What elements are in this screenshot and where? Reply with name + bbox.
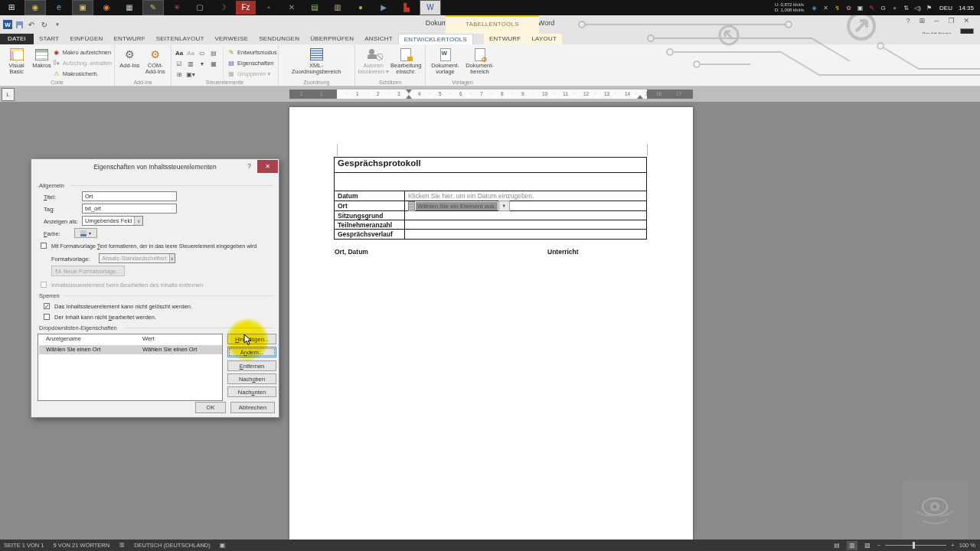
tab-entwicklertools[interactable]: ENTWICKLERTOOLS xyxy=(398,34,473,44)
restore-icon[interactable]: ❐ xyxy=(948,17,954,24)
tab-sendungen[interactable]: SENDUNGEN xyxy=(253,34,305,44)
tray-network[interactable]: ⇅ xyxy=(901,2,911,13)
moon-app-icon[interactable]: ☽ xyxy=(213,1,233,15)
gruppieren-button[interactable]: ▦ Gruppieren ▾ xyxy=(227,69,277,79)
chevron-down-icon[interactable]: ∨ xyxy=(134,217,142,225)
zoom-slider[interactable] xyxy=(885,545,946,546)
language-indicator[interactable]: DEU xyxy=(939,5,952,11)
makros-button[interactable]: Makros xyxy=(31,46,53,69)
print-layout-icon[interactable]: ▥ xyxy=(847,541,858,550)
ok-button[interactable]: OK xyxy=(195,402,226,413)
zoom-level[interactable]: 100 % xyxy=(959,542,975,549)
tab-start[interactable]: START xyxy=(34,34,64,44)
visual-basic-button[interactable]: Visual Basic xyxy=(2,46,31,75)
content-control-handle[interactable] xyxy=(408,201,415,211)
tab-überprüfen[interactable]: ÜBERPRÜFEN xyxy=(305,34,359,44)
doc-footer-left[interactable]: Ort, Datum xyxy=(335,248,368,256)
tab-entwurf[interactable]: ENTWURF xyxy=(108,34,150,44)
internet-explorer-icon[interactable]: e xyxy=(49,1,69,15)
date-placeholder[interactable]: Klicken Sie hier, um ein Datum einzugebe… xyxy=(408,192,534,200)
ribbon-options-icon[interactable]: ⊞ xyxy=(919,17,925,24)
tray-monitor[interactable]: ▣ xyxy=(855,2,865,13)
web-layout-icon[interactable]: ▧ xyxy=(862,541,873,550)
word-count[interactable]: 5 VON 21 WÖRTERN xyxy=(54,542,110,549)
notes-app-icon[interactable]: ▤ xyxy=(305,1,325,15)
legacy-tools-button[interactable]: ▣▾ xyxy=(185,70,196,80)
tab-ansicht[interactable]: ANSICHT xyxy=(359,34,398,44)
titel-input[interactable]: Ort xyxy=(82,191,177,201)
right-indent-marker[interactable] xyxy=(637,95,643,99)
terminal-app-icon[interactable]: ▶ xyxy=(374,1,394,15)
row-value-cell[interactable] xyxy=(405,211,646,220)
clock[interactable]: 14:35 xyxy=(959,5,974,11)
document-panel-button[interactable]: ⚙ Dokument- bereich xyxy=(462,46,497,75)
start-icon[interactable]: ⊞ xyxy=(2,1,21,15)
dropdown-items-list[interactable]: Anzeigename Wert Wählen Sie einen OrtWäh… xyxy=(38,334,223,401)
read-mode-icon[interactable]: ▤ xyxy=(831,541,842,550)
aendern-button[interactable]: Ändern... xyxy=(227,347,276,357)
datepicker-control-button[interactable]: ▦ xyxy=(208,59,219,69)
row-value-cell[interactable] xyxy=(405,220,646,229)
empty-cell[interactable] xyxy=(335,173,646,191)
dropdown-control-button[interactable]: ▾ xyxy=(197,59,207,69)
tray-app-blue[interactable]: ◈ xyxy=(809,2,819,13)
tray-g[interactable]: G xyxy=(878,2,888,13)
row-value-cell[interactable] xyxy=(405,230,646,239)
chrome-icon[interactable]: ◉ xyxy=(24,0,46,15)
tab-verweise[interactable]: VERWEISE xyxy=(210,34,254,44)
zoom-slider-thumb[interactable] xyxy=(913,542,915,549)
anzeigen-select[interactable]: Umgebendes Feld ∨ xyxy=(82,216,143,226)
richtext-control-button[interactable]: Aa xyxy=(174,48,185,58)
save-icon[interactable] xyxy=(16,21,23,28)
app-red-icon[interactable]: ✳ xyxy=(167,1,187,15)
aufzchng-anhalten-button[interactable]: Ⅱ●Aufzchng. anhalten xyxy=(53,58,112,68)
dialog-help-icon[interactable]: ? xyxy=(247,162,251,170)
document-template-button[interactable]: W Dokument- vorlage xyxy=(428,46,462,75)
display-app-icon[interactable]: ▢ xyxy=(190,1,210,15)
minimize-icon[interactable]: ─ xyxy=(934,17,939,24)
tag-input[interactable]: txt_ort xyxy=(82,204,177,214)
pdf-app-icon[interactable]: ▙ xyxy=(397,1,416,15)
table-row-gesprächsverlauf[interactable]: Gesprächsverlauf xyxy=(335,229,646,239)
eigenschaften-button[interactable]: ▤ Eigenschaften xyxy=(227,58,277,68)
table-row-ort[interactable]: OrtWählen Sie ein Element aus.▾ xyxy=(335,201,646,210)
farbe-button[interactable]: ▾ xyxy=(74,228,97,238)
dropdown-selected-text[interactable]: Wählen Sie ein Element aus. xyxy=(416,202,498,210)
language-status[interactable]: DEUTSCH (DEUTSCHLAND) xyxy=(134,542,211,549)
zoom-out-icon[interactable]: − xyxy=(877,542,880,549)
picture-control-button[interactable]: ▭ xyxy=(197,48,207,58)
abbrechen-button[interactable]: Abbrechen xyxy=(230,402,275,413)
plaintext-control-button[interactable]: Aa xyxy=(185,48,196,58)
nach-unten-button[interactable]: Nach unten xyxy=(227,386,276,397)
tab-entwurf[interactable]: ENTWURF xyxy=(484,34,526,44)
block-authors-button[interactable]: ⃠ Autoren blockieren ▾ xyxy=(358,46,390,75)
tab-layout[interactable]: LAYOUT xyxy=(526,34,562,44)
pen-app-icon[interactable]: ✎ xyxy=(142,0,164,15)
undo-icon[interactable]: ↶ xyxy=(27,20,36,29)
tray-app-x[interactable]: ✕ xyxy=(821,2,831,13)
table-row-teilnehmeranzahl[interactable]: Teilnehmeranzahl xyxy=(335,220,646,229)
checkbox-control-button[interactable]: ☑ xyxy=(174,59,185,69)
dropdown-arrow-icon[interactable]: ▾ xyxy=(498,201,510,211)
tray-lightning[interactable]: ↯ xyxy=(832,2,842,13)
entfernen-button[interactable]: Entfernen xyxy=(227,360,276,371)
table-title-row[interactable]: Gesprächsprotokoll xyxy=(335,158,646,172)
tray-volume[interactable]: ◁) xyxy=(913,2,923,13)
makro-aufzeichnen-button[interactable]: ◉Makro aufzeichnen xyxy=(53,47,112,57)
tray-app-red[interactable]: ✎ xyxy=(867,2,877,13)
table-row-datum[interactable]: DatumKlicken Sie hier, um ein Datum einz… xyxy=(335,191,646,201)
format-checkbox[interactable] xyxy=(41,243,47,249)
entwurfsmodus-button[interactable]: ✎ Entwurfsmodus xyxy=(227,47,277,57)
dialog-close-icon[interactable]: ✕ xyxy=(257,160,278,173)
qat-customize-icon[interactable]: ▾ xyxy=(53,20,62,29)
tray-app-pink[interactable]: ✿ xyxy=(844,2,854,13)
nach-oben-button[interactable]: Nach oben xyxy=(227,373,276,384)
table-empty-row[interactable] xyxy=(335,172,646,191)
app-green-icon[interactable]: ● xyxy=(351,1,371,15)
left-indent-marker[interactable] xyxy=(406,90,412,93)
tab-datei[interactable]: DATEI xyxy=(0,34,34,44)
table-row-sitzungsgrund[interactable]: Sitzungsgrund xyxy=(335,210,646,220)
media-player-icon[interactable]: ◉ xyxy=(96,1,116,15)
app-dark-icon[interactable]: ▪ xyxy=(259,1,279,15)
tab-stop-selector[interactable]: L xyxy=(2,88,15,101)
